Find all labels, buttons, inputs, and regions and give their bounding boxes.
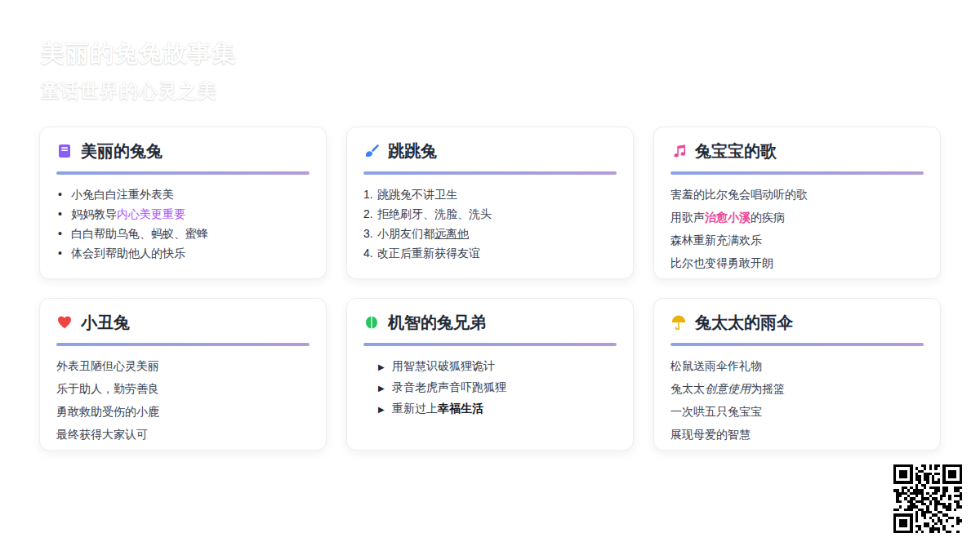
list-item: •白白帮助乌龟、蚂蚁、蜜蜂: [56, 225, 310, 242]
item-text: 小朋友们都远离他: [377, 225, 469, 242]
list-item: 乐于助人，勤劳善良: [56, 380, 310, 397]
list-item: 3.小朋友们都远离他: [363, 225, 617, 242]
item-text: 展现母爱的智慧: [670, 426, 751, 442]
page-header: 美丽的兔兔故事集 童话世界的心灵之美: [41, 38, 237, 104]
bullet-marker: •: [56, 225, 71, 242]
story-card: 美丽的兔兔•小兔白白注重外表美•妈妈教导内心美更重要•白白帮助乌龟、蚂蚁、蜜蜂•…: [39, 127, 327, 279]
text-segment: 勇敢救助受伤的小鹿: [56, 405, 159, 418]
card-list: 害羞的比尔兔会唱动听的歌用歌声治愈小溪的疾病森林重新充满欢乐比尔也变得勇敢开朗: [670, 186, 924, 271]
item-text: 兔太太创意使用为摇篮: [670, 380, 785, 397]
card-title: 美丽的兔兔: [81, 140, 163, 162]
text-segment: 害羞的比尔兔会唱动听的歌: [670, 188, 808, 201]
card-title: 兔太太的雨伞: [695, 312, 793, 334]
text-segment: 白白帮助乌龟、蚂蚁、蜜蜂: [71, 227, 208, 240]
list-item: 勇敢救助受伤的小鹿: [56, 403, 310, 420]
card-header: 小丑兔: [56, 313, 310, 332]
story-card: 机智的兔兄弟▶用智慧识破狐狸诡计▶录音老虎声音吓跑狐狸▶重新过上幸福生活: [346, 298, 634, 451]
text-segment: 比尔也变得勇敢开朗: [670, 256, 773, 269]
list-item: 用歌声治愈小溪的疾病: [670, 209, 924, 225]
card-list: ▶用智慧识破狐狸诡计▶录音老虎声音吓跑狐狸▶重新过上幸福生活: [363, 358, 617, 418]
item-text: 用智慧识破狐狸诡计: [392, 358, 495, 374]
card-header: 跳跳兔: [363, 141, 617, 161]
story-card: 兔太太的雨伞松鼠送雨伞作礼物兔太太创意使用为摇篮一次哄五只兔宝宝展现母爱的智慧: [653, 298, 941, 451]
text-segment: 的疾病: [751, 211, 785, 224]
list-item: •体会到帮助他人的快乐: [56, 245, 310, 261]
item-text: 改正后重新获得友谊: [377, 245, 480, 261]
item-text: 勇敢救助受伤的小鹿: [56, 403, 159, 420]
card-list: 松鼠送雨伞作礼物兔太太创意使用为摇篮一次哄五只兔宝宝展现母爱的智慧: [670, 358, 924, 442]
book-icon: [56, 143, 73, 159]
card-title: 跳跳兔: [388, 140, 437, 162]
text-segment: 森林重新充满欢乐: [670, 233, 762, 247]
item-text: 最终获得大家认可: [56, 426, 148, 442]
number-marker: 4.: [363, 245, 377, 261]
list-item: ▶重新过上幸福生活: [378, 400, 617, 418]
item-text: 小兔白白注重外表美: [71, 186, 174, 202]
arrow-marker: ▶: [378, 379, 392, 397]
item-text: 体会到帮助他人的快乐: [71, 245, 185, 261]
item-text: 用歌声治愈小溪的疾病: [670, 209, 785, 225]
card-list: 外表丑陋但心灵美丽乐于助人，勤劳善良勇敢救助受伤的小鹿最终获得大家认可: [56, 358, 310, 442]
brain-icon: [363, 314, 380, 331]
text-segment: 用智慧识破狐狸诡计: [392, 359, 495, 372]
list-item: 一次哄五只兔宝宝: [670, 403, 924, 420]
item-text: 森林重新充满欢乐: [670, 232, 762, 248]
gradient-divider: [56, 171, 310, 175]
card-header: 机智的兔兄弟: [363, 313, 617, 332]
item-text: 重新过上幸福生活: [392, 400, 483, 416]
item-text: 跳跳兔不讲卫生: [377, 186, 457, 202]
list-item: 松鼠送雨伞作礼物: [670, 358, 924, 374]
card-header: 兔宝宝的歌: [670, 141, 924, 161]
card-header: 兔太太的雨伞: [670, 313, 924, 332]
number-marker: 1.: [363, 186, 377, 202]
music-note-icon: [670, 143, 687, 159]
item-text: 害羞的比尔兔会唱动听的歌: [670, 186, 808, 202]
bullet-marker: •: [56, 186, 71, 202]
heart-icon: [56, 314, 73, 331]
story-card: 小丑兔外表丑陋但心灵美丽乐于助人，勤劳善良勇敢救助受伤的小鹿最终获得大家认可: [39, 298, 327, 451]
text-segment: 治愈小溪: [705, 211, 751, 224]
text-segment: 展现母爱的智慧: [670, 428, 751, 441]
item-text: 录音老虎声音吓跑狐狸: [392, 379, 506, 395]
bullet-marker: •: [56, 206, 71, 222]
list-item: ▶用智慧识破狐狸诡计: [378, 358, 617, 375]
list-item: 1.跳跳兔不讲卫生: [363, 186, 617, 202]
item-text: 拒绝刷牙、洗脸、洗头: [377, 206, 492, 222]
bullet-marker: •: [56, 245, 71, 261]
list-item: 4.改正后重新获得友谊: [363, 245, 617, 261]
text-segment: 松鼠送雨伞作礼物: [670, 359, 762, 372]
card-title: 机智的兔兄弟: [388, 312, 486, 334]
list-item: 展现母爱的智慧: [670, 426, 924, 442]
text-segment: 内心美更重要: [117, 207, 185, 220]
number-marker: 2.: [363, 206, 377, 222]
item-text: 妈妈教导内心美更重要: [71, 206, 185, 222]
item-text: 白白帮助乌龟、蚂蚁、蜜蜂: [71, 225, 208, 242]
arrow-marker: ▶: [378, 358, 392, 375]
item-text: 外表丑陋但心灵美丽: [56, 358, 159, 374]
gradient-divider: [56, 343, 310, 346]
text-segment: 创意使用: [705, 382, 751, 395]
text-segment: 外表丑陋但心灵美丽: [56, 359, 159, 372]
list-item: 最终获得大家认可: [56, 426, 310, 442]
list-item: •妈妈教导内心美更重要: [56, 206, 310, 222]
qr-code: [893, 464, 962, 533]
text-segment: 为摇篮: [751, 382, 785, 395]
card-list: 1.跳跳兔不讲卫生2.拒绝刷牙、洗脸、洗头3.小朋友们都远离他4.改正后重新获得…: [363, 186, 617, 261]
gradient-divider: [363, 343, 617, 346]
broom-icon: [363, 143, 380, 159]
text-segment: 重新过上: [392, 402, 438, 415]
card-title: 兔宝宝的歌: [695, 140, 777, 162]
text-segment: 用歌声: [670, 211, 705, 224]
text-segment: 体会到帮助他人的快乐: [71, 247, 185, 260]
list-item: 兔太太创意使用为摇篮: [670, 380, 924, 397]
text-segment: 一次哄五只兔宝宝: [670, 405, 762, 418]
text-segment: 兔太太: [670, 382, 705, 395]
text-segment: 跳跳兔不讲卫生: [377, 188, 457, 201]
text-segment: 改正后重新获得友谊: [377, 247, 480, 260]
card-list: •小兔白白注重外表美•妈妈教导内心美更重要•白白帮助乌龟、蚂蚁、蜜蜂•体会到帮助…: [56, 186, 310, 261]
gradient-divider: [363, 171, 617, 175]
text-segment: 拒绝刷牙、洗脸、洗头: [377, 207, 492, 220]
list-item: 森林重新充满欢乐: [670, 232, 924, 248]
text-segment: 最终获得大家认可: [56, 428, 148, 441]
card-title: 小丑兔: [81, 312, 130, 334]
